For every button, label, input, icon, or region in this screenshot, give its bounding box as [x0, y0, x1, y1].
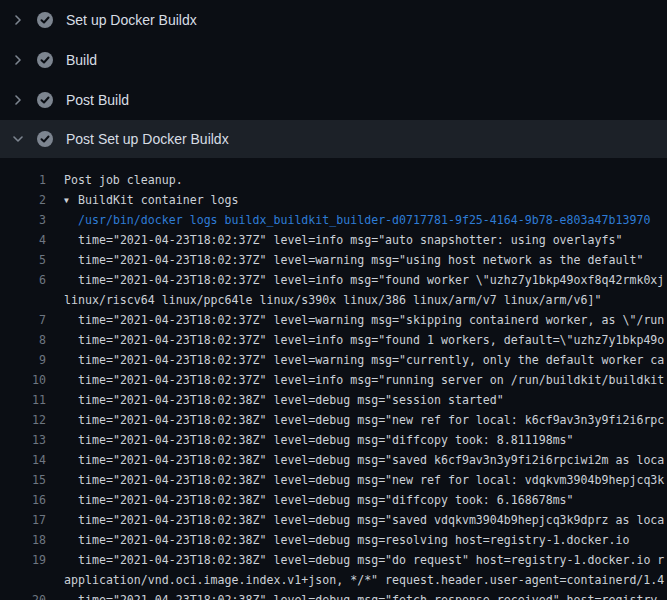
log-line[interactable]: 10 time="2021-04-23T18:02:37Z" level=inf… — [0, 370, 667, 390]
log-line-text: time="2021-04-23T18:02:38Z" level=debug … — [78, 390, 504, 410]
log-line-number[interactable]: 15 — [0, 470, 46, 490]
step-label: Set up Docker Buildx — [66, 13, 197, 27]
log-line-text: /usr/bin/docker logs buildx_buildkit_bui… — [78, 210, 650, 230]
log-line-text: application/vnd.oci.image.index.v1+json,… — [64, 570, 664, 590]
step-label: Build — [66, 53, 97, 67]
chevron-icon[interactable] — [13, 95, 23, 105]
log-line[interactable]: 1 Post job cleanup. — [0, 170, 667, 190]
log-line-text: time="2021-04-23T18:02:37Z" level=info m… — [78, 370, 664, 390]
check-circle-icon — [37, 12, 53, 28]
log-line[interactable]: 20 time="2021-04-23T18:02:38Z" level=deb… — [0, 590, 667, 600]
log-line-number[interactable]: 9 — [0, 350, 46, 370]
log-line-text: time="2021-04-23T18:02:38Z" level=debug … — [78, 450, 664, 470]
log-line-text: time="2021-04-23T18:02:38Z" level=debug … — [78, 430, 574, 450]
log-line-text: time="2021-04-23T18:02:37Z" level=warnin… — [78, 250, 643, 270]
log-line-number[interactable]: 17 — [0, 510, 46, 530]
log-line-text: time="2021-04-23T18:02:38Z" level=debug … — [78, 590, 664, 600]
step-header-1[interactable]: Build — [0, 40, 667, 80]
check-circle-icon — [37, 92, 53, 108]
log-line-number[interactable]: 12 — [0, 410, 46, 430]
log-line[interactable]: 16 time="2021-04-23T18:02:38Z" level=deb… — [0, 490, 667, 510]
log-line-text: linux/riscv64 linux/ppc64le linux/s390x … — [64, 290, 601, 310]
log-line[interactable]: linux/riscv64 linux/ppc64le linux/s390x … — [0, 290, 667, 310]
log-line-number[interactable]: 14 — [0, 450, 46, 470]
log-line-text: time="2021-04-23T18:02:38Z" level=debug … — [78, 470, 664, 490]
log-line-number[interactable]: 6 — [0, 270, 46, 290]
log-line[interactable]: 8 time="2021-04-23T18:02:37Z" level=info… — [0, 330, 667, 350]
step-header-3[interactable]: Post Set up Docker Buildx — [0, 120, 667, 158]
log-line[interactable]: 12 time="2021-04-23T18:02:38Z" level=deb… — [0, 410, 667, 430]
log-line-text: ▼BuildKit container logs — [64, 190, 239, 210]
log-line-number[interactable] — [0, 570, 46, 590]
log-line-text: time="2021-04-23T18:02:38Z" level=debug … — [78, 510, 664, 530]
log-line-number[interactable]: 8 — [0, 330, 46, 350]
log-line-number[interactable] — [0, 290, 46, 310]
check-circle-icon — [37, 52, 53, 68]
log-line-number[interactable]: 10 — [0, 370, 46, 390]
log-line[interactable]: 13 time="2021-04-23T18:02:38Z" level=deb… — [0, 430, 667, 450]
log-line[interactable]: 6 time="2021-04-23T18:02:37Z" level=info… — [0, 270, 667, 290]
chevron-icon[interactable] — [13, 55, 23, 65]
log-line[interactable]: 4 time="2021-04-23T18:02:37Z" level=info… — [0, 230, 667, 250]
log-line-number[interactable]: 13 — [0, 430, 46, 450]
log-line[interactable]: 5 time="2021-04-23T18:02:37Z" level=warn… — [0, 250, 667, 270]
log-line-number[interactable]: 20 — [0, 590, 46, 600]
log-panel: 1 Post job cleanup. 2 ▼BuildKit containe… — [0, 158, 667, 600]
log-line-number[interactable]: 3 — [0, 210, 46, 230]
log-line[interactable]: 15 time="2021-04-23T18:02:38Z" level=deb… — [0, 470, 667, 490]
log-line-text: time="2021-04-23T18:02:38Z" level=debug … — [78, 530, 629, 550]
log-line[interactable]: 3 /usr/bin/docker logs buildx_buildkit_b… — [0, 210, 667, 230]
log-line[interactable]: 7 time="2021-04-23T18:02:37Z" level=warn… — [0, 310, 667, 330]
log-line-text: time="2021-04-23T18:02:38Z" level=debug … — [78, 550, 664, 570]
log-line-number[interactable]: 18 — [0, 530, 46, 550]
chevron-icon[interactable] — [13, 15, 23, 25]
log-line-text: time="2021-04-23T18:02:37Z" level=warnin… — [78, 350, 664, 370]
log-line-text: time="2021-04-23T18:02:37Z" level=info m… — [78, 270, 664, 290]
log-line-number[interactable]: 16 — [0, 490, 46, 510]
group-collapse-icon[interactable]: ▼ — [64, 191, 78, 211]
log-line[interactable]: 19 time="2021-04-23T18:02:38Z" level=deb… — [0, 550, 667, 570]
log-line-text: time="2021-04-23T18:02:37Z" level=warnin… — [78, 310, 664, 330]
step-header-0[interactable]: Set up Docker Buildx — [0, 0, 667, 40]
step-label: Post Set up Docker Buildx — [66, 132, 229, 146]
log-line-text: Post job cleanup. — [64, 170, 183, 190]
log-line-text: time="2021-04-23T18:02:37Z" level=info m… — [78, 230, 622, 250]
log-line[interactable]: 2 ▼BuildKit container logs — [0, 190, 667, 210]
log-line-number[interactable]: 7 — [0, 310, 46, 330]
step-label: Post Build — [66, 93, 129, 107]
log-line[interactable]: application/vnd.oci.image.index.v1+json,… — [0, 570, 667, 590]
log-line-number[interactable]: 19 — [0, 550, 46, 570]
check-circle-icon — [37, 131, 53, 147]
chevron-icon[interactable] — [13, 134, 23, 144]
log-line-number[interactable]: 2 — [0, 190, 46, 210]
log-line-text: time="2021-04-23T18:02:37Z" level=info m… — [78, 330, 664, 350]
log-line-number[interactable]: 5 — [0, 250, 46, 270]
log-line[interactable]: 9 time="2021-04-23T18:02:37Z" level=warn… — [0, 350, 667, 370]
log-line[interactable]: 17 time="2021-04-23T18:02:38Z" level=deb… — [0, 510, 667, 530]
log-line-text: time="2021-04-23T18:02:38Z" level=debug … — [78, 410, 664, 430]
log-line[interactable]: 18 time="2021-04-23T18:02:38Z" level=deb… — [0, 530, 667, 550]
actions-log-viewer: Set up Docker Buildx Build Post Build Po… — [0, 0, 667, 600]
log-line-number[interactable]: 1 — [0, 170, 46, 190]
log-line[interactable]: 14 time="2021-04-23T18:02:38Z" level=deb… — [0, 450, 667, 470]
step-list: Set up Docker Buildx Build Post Build Po… — [0, 0, 667, 158]
log-line-number[interactable]: 11 — [0, 390, 46, 410]
log-line-text: time="2021-04-23T18:02:38Z" level=debug … — [78, 490, 574, 510]
log-line-number[interactable]: 4 — [0, 230, 46, 250]
log-line[interactable]: 11 time="2021-04-23T18:02:38Z" level=deb… — [0, 390, 667, 410]
step-header-2[interactable]: Post Build — [0, 80, 667, 120]
